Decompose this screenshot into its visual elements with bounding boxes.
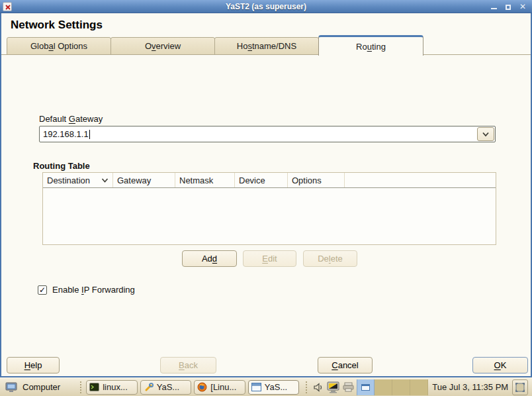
- system-tray: [313, 381, 355, 393]
- ok-button[interactable]: OK: [472, 357, 528, 373]
- default-gateway-label: Default Gateway: [39, 114, 103, 124]
- computer-menu-label: Computer: [22, 382, 60, 392]
- routing-table-body-empty[interactable]: [43, 188, 496, 245]
- pager-desktop-3[interactable]: [392, 379, 410, 395]
- display-settings-icon[interactable]: [327, 381, 340, 393]
- tab-global-options[interactable]: Global Options: [7, 37, 111, 55]
- column-header-filler: [345, 173, 496, 187]
- taskbar-item-yast-window[interactable]: YaS...: [248, 380, 300, 395]
- combobox-dropdown-button[interactable]: [477, 127, 494, 141]
- terminal-icon: [89, 383, 99, 391]
- window-title: YaST2 (as superuser): [0, 2, 532, 11]
- default-gateway-value: 192.168.1.1: [40, 129, 89, 139]
- panel-drag-handle[interactable]: [79, 381, 83, 394]
- column-header-netmask[interactable]: Netmask: [175, 173, 235, 187]
- add-button[interactable]: Add: [182, 250, 237, 267]
- delete-button: Delete: [303, 250, 357, 267]
- window-titlebar[interactable]: YaST2 (as superuser) ✕: [0, 0, 532, 13]
- taskbar-item-firefox[interactable]: [Linu...: [194, 380, 245, 395]
- tab-overview[interactable]: Overview: [111, 37, 215, 55]
- window-icon: [251, 383, 261, 391]
- minimize-button[interactable]: [490, 3, 498, 11]
- chevron-down-icon: [482, 132, 490, 137]
- pager-desktop-1[interactable]: [357, 379, 375, 395]
- taskbar-clock[interactable]: Tue Jul 3, 11:35 PM: [428, 382, 512, 392]
- show-desktop-icon: [515, 382, 525, 393]
- ip-forwarding-checkbox[interactable]: ✓: [38, 285, 47, 295]
- ip-forwarding-row: ✓ Enable IP Forwarding: [38, 285, 135, 295]
- column-header-gateway[interactable]: Gateway: [113, 173, 175, 187]
- edit-button: Edit: [243, 250, 296, 267]
- back-button: Back: [160, 357, 216, 373]
- tab-routing[interactable]: Routing: [318, 35, 423, 56]
- text-caret: [89, 130, 90, 139]
- maximize-button[interactable]: [504, 3, 512, 11]
- pager-desktop-2[interactable]: [375, 379, 392, 395]
- computer-icon: [5, 382, 18, 393]
- printer-icon[interactable]: [343, 382, 355, 392]
- column-header-device[interactable]: Device: [235, 173, 288, 187]
- column-header-destination[interactable]: Destination: [43, 173, 113, 187]
- tab-hostname-dns[interactable]: Hostname/DNS: [214, 37, 319, 55]
- routing-table[interactable]: Destination Gateway Netmask Device Optio…: [42, 172, 496, 245]
- tray-drag-handle[interactable]: [305, 381, 308, 394]
- pager-window-thumb: [361, 384, 370, 391]
- sort-chevron-down-icon: [101, 178, 109, 183]
- ip-forwarding-label: Enable IP Forwarding: [52, 285, 135, 295]
- volume-icon[interactable]: [313, 382, 324, 393]
- computer-menu-button[interactable]: Computer: [5, 382, 76, 393]
- close-button[interactable]: ✕: [519, 3, 527, 11]
- taskbar-item-yast-control[interactable]: YaS...: [140, 380, 192, 395]
- pager-desktop-4[interactable]: [410, 379, 428, 395]
- show-desktop-button[interactable]: [512, 379, 528, 395]
- cancel-button[interactable]: Cancel: [318, 357, 373, 373]
- routing-table-label: Routing Table: [33, 161, 90, 171]
- help-button[interactable]: Help: [7, 357, 60, 373]
- desktop-screen: YaST2 (as superuser) ✕ Network Settings …: [0, 0, 532, 396]
- desktop-pager: [357, 379, 428, 395]
- taskbar: Computer linux... YaS... [Linu...: [0, 377, 532, 396]
- column-header-options[interactable]: Options: [288, 173, 345, 187]
- taskbar-item-terminal[interactable]: linux...: [86, 380, 138, 395]
- network-settings-dialog: Network Settings Global Options Overview…: [0, 13, 532, 377]
- yast-wrench-icon: [144, 383, 154, 392]
- firefox-icon: [197, 382, 207, 392]
- routing-table-header: Destination Gateway Netmask Device Optio…: [43, 173, 496, 188]
- default-gateway-combobox[interactable]: 192.168.1.1: [39, 126, 496, 142]
- page-title: Network Settings: [11, 19, 103, 32]
